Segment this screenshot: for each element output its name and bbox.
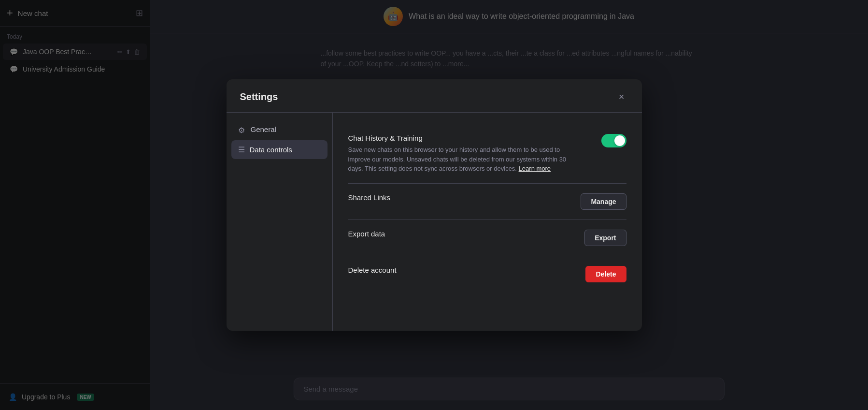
chat-history-toggle[interactable]: [601, 134, 626, 147]
shared-links-label: Shared Links: [348, 193, 391, 202]
delete-account-label: Delete account: [348, 266, 397, 274]
export-data-action: Export: [584, 230, 626, 246]
manage-button[interactable]: Manage: [581, 193, 626, 210]
delete-button[interactable]: Delete: [585, 266, 626, 282]
chat-history-info: Chat History & Training Save new chats o…: [348, 134, 580, 174]
stack-icon: [238, 145, 245, 154]
chat-history-desc: Save new chats on this browser to your h…: [348, 145, 580, 174]
modal-overlay[interactable]: Settings × General Data controls: [0, 0, 868, 410]
delete-account-action: Delete: [585, 266, 626, 282]
nav-data-controls-label: Data controls: [250, 146, 292, 154]
settings-modal: Settings × General Data controls: [227, 79, 642, 331]
export-data-row: Export data Export: [348, 220, 626, 256]
settings-content: Chat History & Training Save new chats o…: [333, 113, 642, 331]
modal-title: Settings: [240, 91, 278, 102]
chat-history-row: Chat History & Training Save new chats o…: [348, 124, 626, 184]
shared-links-row: Shared Links Manage: [348, 184, 626, 220]
shared-links-action: Manage: [581, 193, 626, 210]
delete-account-row: Delete account Delete: [348, 256, 626, 292]
modal-body: General Data controls Chat History & Tra…: [227, 113, 642, 331]
modal-header: Settings ×: [227, 79, 642, 113]
settings-nav: General Data controls: [227, 113, 333, 331]
export-button[interactable]: Export: [584, 230, 626, 246]
chat-history-action: [601, 134, 626, 147]
modal-close-button[interactable]: ×: [615, 90, 628, 103]
learn-more-link[interactable]: Learn more: [519, 165, 551, 172]
nav-item-general[interactable]: General: [231, 120, 327, 138]
chat-history-label: Chat History & Training: [348, 134, 580, 142]
nav-general-label: General: [251, 125, 276, 133]
toggle-knob: [614, 135, 625, 146]
export-data-label: Export data: [348, 230, 385, 238]
gear-icon: [238, 126, 246, 133]
nav-item-data-controls[interactable]: Data controls: [231, 140, 327, 159]
